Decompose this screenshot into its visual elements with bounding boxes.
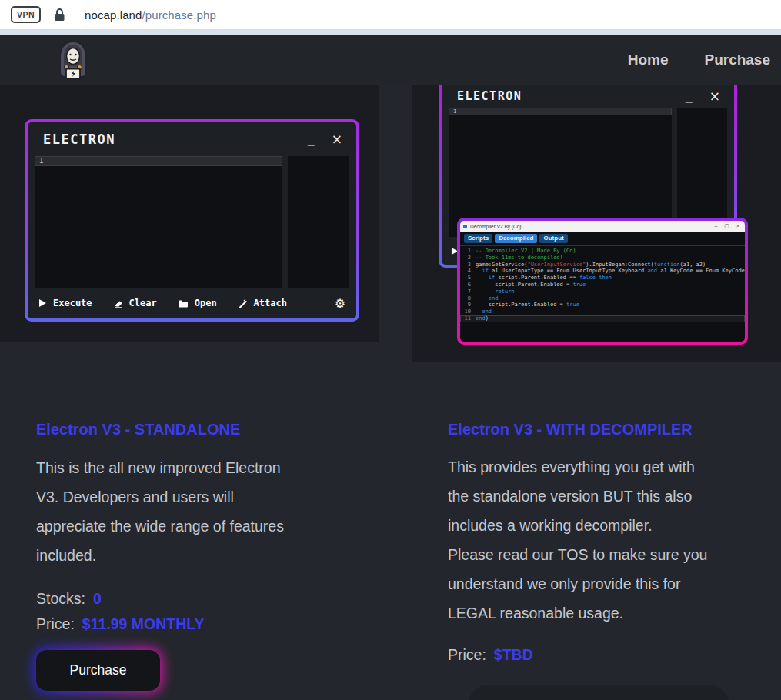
product-card-decompiler: ELECTRON _ × 1 <box>412 85 781 700</box>
editor-area <box>35 166 282 288</box>
editor-line-number: 1 <box>449 108 672 115</box>
close-icon: × <box>332 132 342 147</box>
decompiler-code-area: 1-- Decompiler V2 | Made By (Co)2-- Took… <box>460 246 745 342</box>
site-navbar: Home Purchase <box>0 35 781 85</box>
electron-titlebar: ELECTRON _ × <box>28 122 356 156</box>
product-title: Electron V3 - WITH DECOMPILER <box>448 421 759 438</box>
product-screenshot-standalone: ELECTRON _ × 1 <box>0 85 379 342</box>
code-line: 9 script.Parent.Enabled = true <box>460 302 745 308</box>
attach-button: Attach <box>238 298 287 308</box>
url-path: /purchase.php <box>142 8 216 22</box>
product-description: This is the all new improved Electron V3… <box>36 453 358 570</box>
vpn-badge[interactable]: VPN <box>11 6 41 23</box>
stocks-line: Stocks:0 <box>36 588 358 608</box>
price-label: Price: <box>36 615 75 632</box>
code-line: 2-- Took 11ms to decompiled! <box>460 255 745 262</box>
nav-link-purchase[interactable]: Purchase <box>704 52 770 68</box>
code-line: 4 if a1.UserInputType == Enum.UserInputT… <box>460 268 745 275</box>
page-content: ELECTRON _ × 1 <box>0 85 781 700</box>
tab-scripts: Scripts <box>464 234 492 243</box>
browser-chrome-divider <box>0 29 781 35</box>
electron-toolbar: Execute Clear Open Attach <box>28 288 356 318</box>
maximize-icon: ▢ <box>724 223 729 229</box>
minimize-icon: – <box>714 223 717 229</box>
script-editor: 1 <box>35 156 282 288</box>
code-line: 11end) <box>460 315 745 322</box>
nav-link-home[interactable]: Home <box>628 52 669 68</box>
settings-gear-icon: ⚙ <box>335 296 345 311</box>
site-logo-hacker-icon[interactable] <box>54 40 92 80</box>
nav-links: Home Purchase <box>628 52 770 68</box>
browser-address-bar[interactable]: VPN nocap.land/purchase.php <box>0 0 781 29</box>
syringe-icon <box>238 298 248 308</box>
stocks-value: 0 <box>93 590 102 607</box>
editor-line-number: 1 <box>35 156 282 166</box>
code-line: 10 end <box>460 308 745 315</box>
code-line: 1-- Decompiler V2 | Made By (Co) <box>460 248 745 255</box>
code-line: 7 return <box>460 288 745 295</box>
close-icon: × <box>709 88 720 104</box>
decompiler-title: Decompiler V2 By (Co) <box>470 224 521 229</box>
play-icon <box>38 298 47 308</box>
purchase-button[interactable]: Purchase <box>36 650 160 691</box>
script-list-panel <box>288 156 349 288</box>
electron-window: ELECTRON _ × 1 <box>25 119 359 322</box>
execute-button: Execute <box>38 298 92 308</box>
decompiler-titlebar: Decompiler V2 By (Co) – ▢ × <box>460 221 745 232</box>
price-line: Price:$11.99 MONTHLY <box>36 614 358 634</box>
electron-window-title: ELECTRON <box>43 132 115 147</box>
folder-icon <box>178 298 189 308</box>
decompiler-app-icon <box>463 225 467 228</box>
product-screenshot-decompiler: ELECTRON _ × 1 <box>412 85 781 362</box>
price-value: $11.99 MONTHLY <box>82 615 205 632</box>
eraser-icon <box>113 298 123 308</box>
decompiler-window: Decompiler V2 By (Co) – ▢ × Scripts Deco… <box>457 218 748 345</box>
close-icon: × <box>736 223 739 229</box>
clear-button: Clear <box>113 298 157 308</box>
electron-titlebar: ELECTRON _ × <box>442 85 734 108</box>
purchase-button-partial[interactable] <box>468 685 729 700</box>
open-button: Open <box>178 298 217 308</box>
minimize-icon: _ <box>308 136 315 142</box>
purchase-button-glow: Purchase <box>36 650 160 691</box>
price-label: Price: <box>448 646 486 663</box>
tab-output: Output <box>539 234 567 243</box>
stocks-label: Stocks: <box>36 590 85 607</box>
product-title: Electron V3 - STANDALONE <box>36 421 358 438</box>
code-line: 3game:GetService("UserInputService").Inp… <box>460 262 745 268</box>
price-line: Price:$TBD <box>448 645 759 665</box>
lock-icon[interactable] <box>54 8 65 22</box>
code-line: 6 script.Parent.Enabled = true <box>460 282 745 288</box>
product-card-standalone: ELECTRON _ × 1 <box>0 85 379 691</box>
url-host: nocap.land <box>85 8 142 22</box>
code-line: 8 end <box>460 295 745 302</box>
decompiler-tabs: Scripts Decompiled Output <box>460 232 745 246</box>
tab-decompiled: Decompiled <box>495 234 537 243</box>
product-description: This provides everything you get with th… <box>448 452 759 628</box>
price-value: $TBD <box>494 646 533 663</box>
electron-window-title: ELECTRON <box>457 89 522 103</box>
code-line: 5 if script.Parent.Enabled == false then <box>460 275 745 282</box>
minimize-icon: _ <box>686 93 693 99</box>
url-text[interactable]: nocap.land/purchase.php <box>85 8 216 22</box>
